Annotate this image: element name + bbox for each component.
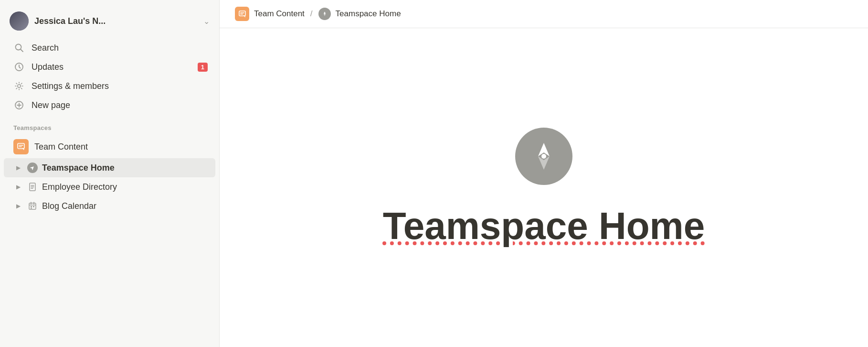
- new-page-icon: [13, 99, 25, 111]
- sidebar-item-teamspace-home[interactable]: ▶ Teamspace Home: [4, 158, 215, 177]
- svg-rect-19: [33, 206, 34, 207]
- search-label: Search: [32, 43, 59, 53]
- employee-directory-label: Employee Directory: [42, 182, 117, 192]
- compass-icon: [27, 162, 38, 174]
- updates-badge: 1: [198, 63, 208, 72]
- team-content-breadcrumb-icon: [235, 7, 249, 21]
- calendar-icon: [27, 200, 38, 212]
- updates-icon: [13, 61, 25, 73]
- svg-point-31: [541, 154, 546, 159]
- team-content-label: Team Content: [34, 142, 88, 152]
- svg-rect-20: [31, 208, 32, 209]
- sidebar-item-settings[interactable]: Settings & members: [4, 76, 215, 96]
- svg-rect-18: [31, 206, 32, 207]
- search-icon: [13, 42, 25, 54]
- compass-breadcrumb-icon: [318, 8, 331, 20]
- settings-label: Settings & members: [32, 81, 109, 91]
- page-compass-icon: [515, 128, 572, 185]
- sidebar-item-new-page[interactable]: New page: [4, 96, 215, 115]
- new-page-label: New page: [32, 100, 70, 110]
- page-body: Teamspace Home: [220, 28, 868, 347]
- expand-arrow-icon-2: ▶: [13, 182, 23, 192]
- blog-calendar-label: Blog Calendar: [42, 201, 96, 211]
- workspace-header[interactable]: Jessica Lau's N... ⌄: [0, 8, 219, 38]
- main-content: Team Content / Teamspace Home Teamspace …: [220, 0, 868, 347]
- workspace-name: Jessica Lau's N...: [34, 16, 198, 26]
- svg-point-3: [18, 85, 21, 87]
- teamspaces-section-label: Teamspaces: [0, 115, 219, 135]
- page-icon: [27, 181, 38, 193]
- svg-rect-14: [29, 203, 36, 209]
- expand-arrow-icon-3: ▶: [13, 201, 23, 211]
- teamspace-home-label: Teamspace Home: [42, 163, 115, 173]
- sidebar-item-blog-calendar[interactable]: ▶ Blog Calendar: [4, 196, 215, 216]
- sidebar-item-updates[interactable]: Updates 1: [4, 57, 215, 76]
- svg-point-27: [324, 13, 325, 14]
- svg-line-1: [21, 49, 23, 52]
- expand-arrow-icon: ▶: [13, 163, 23, 173]
- settings-icon: [13, 80, 25, 92]
- chevron-down-icon: ⌄: [203, 17, 210, 26]
- breadcrumb: Team Content / Teamspace Home: [220, 0, 868, 28]
- svg-rect-21: [239, 11, 245, 15]
- breadcrumb-current[interactable]: Teamspace Home: [336, 9, 401, 19]
- breadcrumb-parent[interactable]: Team Content: [254, 9, 305, 19]
- sidebar-item-search[interactable]: Search: [4, 38, 215, 57]
- breadcrumb-separator: /: [310, 9, 313, 19]
- page-title: Teamspace Home: [383, 204, 705, 248]
- avatar: [10, 11, 29, 31]
- sidebar-item-employee-directory[interactable]: ▶ Employee Directory: [4, 177, 215, 196]
- updates-label: Updates: [32, 62, 64, 72]
- team-content-icon: [13, 139, 29, 154]
- sidebar-item-team-content[interactable]: Team Content: [4, 135, 215, 158]
- sidebar: Jessica Lau's N... ⌄ Search Updates 1: [0, 0, 220, 347]
- svg-rect-7: [18, 143, 24, 149]
